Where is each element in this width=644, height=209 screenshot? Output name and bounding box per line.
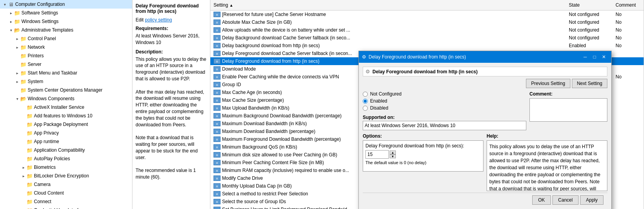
default-text: The default value is 0 (no delay) [365,160,481,165]
sidebar-item-bitlocker[interactable]: ▸ 📁 BitLocker Drive Encryption [0,172,132,180]
description-label: Description: [136,49,207,55]
table-row[interactable]: ≡Delay background download from http (in… [210,42,644,50]
sidebar-item-network[interactable]: ▸ 📁 Network [0,43,132,51]
sidebar-label: Printers [28,53,44,58]
sidebar-item-autoplay[interactable]: 📁 AutoPlay Policies [0,154,132,163]
policy-icon: ≡ [213,82,221,87]
sidebar-item-start-menu[interactable]: ▸ 📁 Start Menu and Taskbar [0,69,132,77]
sidebar-item-biometrics[interactable]: ▸ 📁 Biometrics [0,163,132,172]
sidebar-item-computer-config[interactable]: ▾ 🖥 Computer Configuration [0,0,132,9]
policy-icon: ≡ [213,35,221,41]
table-row[interactable]: ≡Allow uploads while the device is on ba… [210,26,644,34]
help-section: Help: This policy allows you to delay th… [487,133,607,191]
policy-link[interactable]: policy setting [145,17,172,23]
policy-icon: ≡ [213,129,221,134]
sidebar-label: System [28,79,43,84]
table-row[interactable]: ≡[Reserved for future use] Cache Server … [210,11,644,18]
settings-cell-state: Not configured [566,19,612,25]
options-section: Options: Delay Foreground download from … [363,133,483,191]
spin-up-button[interactable]: ▲ [390,151,396,154]
header-setting[interactable]: Setting ▲ [210,2,566,9]
comment-textarea[interactable] [529,98,607,122]
settings-cell-state: Not configured [566,27,612,33]
sidebar-item-credential-ui[interactable]: 📁 Credential User Interface [0,206,132,209]
sidebar-label: Administrative Templates [21,27,73,33]
radio-not-configured-input[interactable] [363,92,368,97]
sidebar-item-camera[interactable]: 📁 Camera [0,180,132,189]
sidebar-item-system[interactable]: ▸ 📁 System [0,77,132,86]
sidebar-label: Credential User Interface [34,207,86,209]
radio-enabled-input[interactable] [363,99,368,104]
sidebar-item-add-features[interactable]: 📁 Add features to Windows 10 [0,112,132,120]
cancel-button[interactable]: Cancel [552,195,579,205]
settings-cell-comment: No [612,12,644,17]
sidebar-item-server[interactable]: 📁 Server [0,60,132,69]
sidebar-item-connect[interactable]: 📁 Connect [0,197,132,206]
radio-enabled[interactable]: Enabled [363,98,526,104]
help-content: This policy allows you to delay the use … [487,140,607,191]
policy-icon: ≡ [213,144,221,150]
sidebar-label: App runtime [34,139,59,144]
sidebar-label: Server [28,62,41,67]
edit-label: Edit [136,17,144,23]
sidebar-label: Camera [34,182,51,187]
requirements-label: Requirements: [136,26,207,31]
maximize-button[interactable]: □ [590,53,599,61]
settings-cell-comment: No [612,43,644,48]
settings-cell-setting: ≡Delay background download from http (in… [210,43,566,49]
help-label: Help: [487,133,607,139]
options-field-input[interactable] [365,150,389,159]
policy-icon: ≡ [213,27,221,33]
description-text: This policy allows you to delay the use … [136,56,207,181]
folder-icon: 📁 [26,199,33,204]
sidebar-item-software-settings[interactable]: ▸ 📁 Software Settings [0,9,132,17]
sidebar-label: Cloud Content [34,190,64,196]
sidebar-item-activex[interactable]: 📁 ActiveX Installer Service [0,103,132,112]
sidebar-item-windows-settings[interactable]: ▸ 📁 Windows Settings [0,17,132,26]
sidebar-item-app-package[interactable]: 📁 App Package Deployment [0,120,132,129]
dialog-subtitle: Delay Foreground download from http (in … [372,69,478,74]
radio-not-configured[interactable]: Not Configured [363,91,526,97]
folder-icon: 📁 [26,190,33,196]
folder-icon: 📁 [26,156,33,161]
sidebar-label: Software Settings [21,10,58,16]
policy-icon: ≡ [213,152,221,158]
sidebar-item-admin-templates[interactable]: ▾ 📂 Administrative Templates [0,26,132,34]
dialog-body: ⚙ Delay Foreground download from http (i… [359,63,611,209]
radio-disabled-input[interactable] [363,106,368,111]
policy-icon: ≡ [213,136,221,142]
options-field-row: Delay Foreground download from http (in … [365,143,481,149]
folder-icon: 📁 [26,139,33,144]
sidebar-item-windows-components[interactable]: ▾ 📂 Windows Components [0,94,132,103]
desc-title: Delay Foreground download from http (in … [136,3,207,14]
expand-icon [20,104,26,110]
header-state[interactable]: State [566,2,612,9]
prev-setting-button[interactable]: Previous Setting [526,79,570,88]
policy-icon: ≡ [213,58,221,64]
sidebar-item-scom[interactable]: 📁 System Center Operations Manager [0,86,132,94]
expand-icon: ▸ [20,164,26,170]
header-comment[interactable]: Comment [612,2,644,9]
expand-icon [20,181,26,188]
next-setting-button[interactable]: Next Setting [572,79,607,88]
table-row[interactable]: ≡Absolute Max Cache Size (in GB) Not con… [210,18,644,26]
expand-icon [20,156,26,162]
table-row[interactable]: ≡Delay Background download Cache Server … [210,34,644,42]
ok-button[interactable]: OK [532,195,550,205]
sidebar-item-cloud-content[interactable]: 📁 Cloud Content [0,189,132,197]
settings-cell-setting: ≡Delay Background download Cache Server … [210,35,566,41]
sidebar-item-control-panel[interactable]: ▸ 📁 Control Panel [0,34,132,43]
policy-icon: ≡ [213,19,221,25]
radio-disabled[interactable]: Disabled [363,105,526,111]
sidebar-label: Windows Settings [21,19,58,24]
sidebar-item-app-privacy[interactable]: 📁 App Privacy [0,129,132,137]
sidebar-item-app-compat[interactable]: 📁 Application Compatibility [0,146,132,154]
minimize-button[interactable]: ─ [581,53,589,61]
close-button[interactable]: ✕ [600,53,608,61]
sidebar-item-printers[interactable]: 📁 Printers [0,51,132,60]
policy-icon: ≡ [213,175,221,181]
folder-icon: 📁 [20,36,26,41]
spin-down-button[interactable]: ▼ [390,154,396,158]
apply-button[interactable]: Apply [580,195,603,205]
sidebar-item-app-runtime[interactable]: 📁 App runtime [0,137,132,146]
